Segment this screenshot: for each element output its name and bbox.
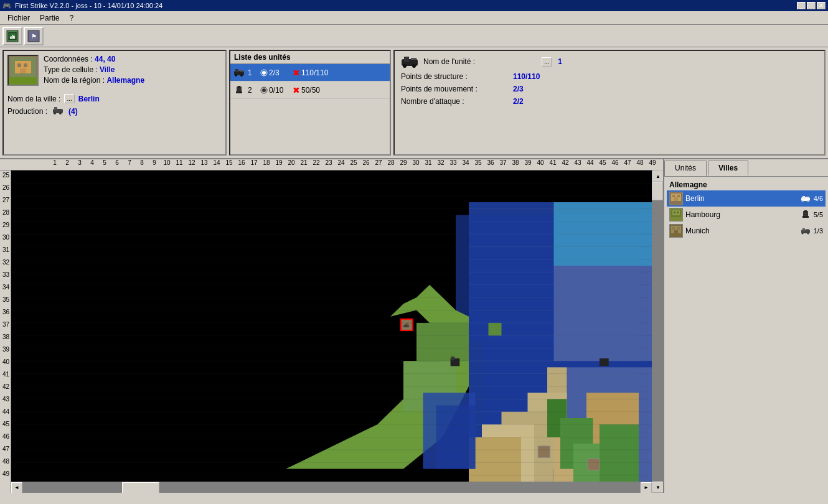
h-scrollbar[interactable]: ◄ ► <box>11 482 652 493</box>
coord-left-41: 41 <box>0 371 11 383</box>
city-item-berlin[interactable]: Berlin 4/6 <box>667 190 826 207</box>
v-scroll-down[interactable]: ▼ <box>652 482 663 493</box>
city-item-munich[interactable]: Munich 1/3 <box>667 223 826 239</box>
city-label: Nom de la ville : <box>7 95 60 103</box>
svg-rect-130 <box>672 227 675 230</box>
coord-top-38: 38 <box>509 159 522 170</box>
svg-text:🏙: 🏙 <box>403 323 409 329</box>
coord-top-11: 11 <box>173 159 186 170</box>
svg-point-15 <box>59 112 62 114</box>
h-scroll-left[interactable]: ◄ <box>11 482 22 493</box>
coord-top-32: 32 <box>435 159 447 170</box>
city-units-munich: 1/3 <box>814 227 823 235</box>
coord-top-39: 39 <box>522 159 534 170</box>
coord-top-37: 37 <box>497 159 509 170</box>
coord-top-27: 27 <box>372 159 385 170</box>
maximize-button[interactable]: □ <box>807 2 816 9</box>
svg-rect-82 <box>451 357 454 360</box>
svg-rect-24 <box>238 86 240 88</box>
production-row: Production : (4) <box>7 106 222 116</box>
coord-top-45: 45 <box>596 159 609 170</box>
right-panel: Unités Villes Allemagne Berlin <box>663 159 828 493</box>
svg-rect-114 <box>674 197 678 201</box>
h-scroll-right[interactable]: ► <box>641 482 652 493</box>
coord-top-35: 35 <box>472 159 484 170</box>
unit-1-hp: 110/110 <box>301 68 339 77</box>
tab-unites[interactable]: Unités <box>664 161 707 176</box>
coord-top-30: 30 <box>410 159 422 170</box>
tab-villes[interactable]: Villes <box>708 161 748 176</box>
menu-partie[interactable]: Partie <box>35 12 64 24</box>
unit-1-num: 1 <box>248 68 260 77</box>
right-content: Allemagne Berlin <box>664 177 828 493</box>
coord-top-2: 2 <box>61 159 73 170</box>
coord-left-40: 40 <box>0 358 11 371</box>
city-icon-munich <box>800 226 811 236</box>
svg-rect-10 <box>20 68 26 73</box>
coord-top-17: 17 <box>248 159 260 170</box>
coord-top-18: 18 <box>260 159 273 170</box>
coord-top-46: 46 <box>609 159 621 170</box>
coord-top-10: 10 <box>161 159 173 170</box>
city-thumb-munich <box>669 224 683 238</box>
coord-top-4: 4 <box>86 159 98 170</box>
toolbar-button-1[interactable]: 🏙 <box>2 27 22 45</box>
city-btn[interactable]: ... <box>64 94 74 103</box>
unit-detail-panel: Nom de l'unité : ... 1 Points de structu… <box>393 50 826 156</box>
region-label: Nom de la région : <box>44 76 105 85</box>
coord-left-39: 39 <box>0 346 11 358</box>
coord-left-47: 47 <box>0 446 11 458</box>
svg-rect-137 <box>806 229 809 230</box>
svg-rect-78 <box>489 323 502 335</box>
coord-top-41: 41 <box>547 159 559 170</box>
right-tabs: Unités Villes <box>664 159 828 177</box>
coord-top-40: 40 <box>534 159 547 170</box>
close-button[interactable]: ✕ <box>817 2 826 9</box>
v-scroll-track[interactable] <box>652 182 663 482</box>
v-scroll-up[interactable]: ▲ <box>652 170 663 182</box>
coord-left-43: 43 <box>0 396 11 408</box>
unit-row-1[interactable]: 1 2/3 ✖ 110/110 <box>230 64 390 82</box>
svg-rect-84 <box>538 446 550 457</box>
map-canvas[interactable]: 🏙 <box>11 170 652 482</box>
svg-point-27 <box>262 88 266 92</box>
menu-fichier[interactable]: Fichier <box>2 12 35 24</box>
toolbar: 🏙 ⚑ <box>0 25 828 47</box>
coord-left-36: 36 <box>0 309 11 321</box>
minimize-button[interactable]: _ <box>797 2 806 9</box>
svg-point-18 <box>235 74 237 77</box>
coord-top-24: 24 <box>335 159 347 170</box>
city-row: Nom de la ville : ... Berlin <box>7 94 222 103</box>
svg-rect-20 <box>240 70 243 72</box>
coord-top-48: 48 <box>634 159 646 170</box>
prod-icon <box>52 106 64 116</box>
unit-name-label: Nom de l'unité : <box>423 57 535 66</box>
coord-left-26: 26 <box>0 184 11 197</box>
svg-point-118 <box>807 200 809 202</box>
coord-left-32: 32 <box>0 259 11 271</box>
coord-top-26: 26 <box>360 159 372 170</box>
v-scrollbar[interactable]: ▲ ▼ <box>652 170 663 493</box>
svg-rect-9 <box>24 63 27 67</box>
h-scroll-thumb[interactable] <box>122 482 159 493</box>
coord-left-29: 29 <box>0 222 11 234</box>
unit-row-2[interactable]: 2 0/10 ✖ 50/50 <box>230 82 390 99</box>
unit-2-num: 2 <box>248 86 260 95</box>
unit-detail-btn[interactable]: ... <box>542 57 552 67</box>
coord-top-44: 44 <box>584 159 596 170</box>
city-thumb-berlin <box>669 192 683 205</box>
coord-top-22: 22 <box>310 159 322 170</box>
svg-point-136 <box>807 233 809 235</box>
city-item-hambourg[interactable]: Hambourg 5/5 <box>667 207 826 223</box>
menu-help[interactable]: ? <box>64 12 78 24</box>
h-scroll-track[interactable] <box>22 482 641 493</box>
svg-rect-113 <box>677 195 680 197</box>
struct-value: 110/110 <box>513 72 540 81</box>
struct-line: Points de structure : 110/110 <box>401 72 818 81</box>
toolbar-button-2[interactable]: ⚑ <box>24 27 44 45</box>
unit-1-hp-icon: ✖ <box>291 68 301 78</box>
v-scroll-thumb[interactable] <box>652 182 663 200</box>
window-controls[interactable]: _ □ ✕ <box>797 2 826 9</box>
cell-thumbnail <box>7 55 39 86</box>
map-scroll-area: 2526272829303132333435363738394041424344… <box>0 170 663 493</box>
